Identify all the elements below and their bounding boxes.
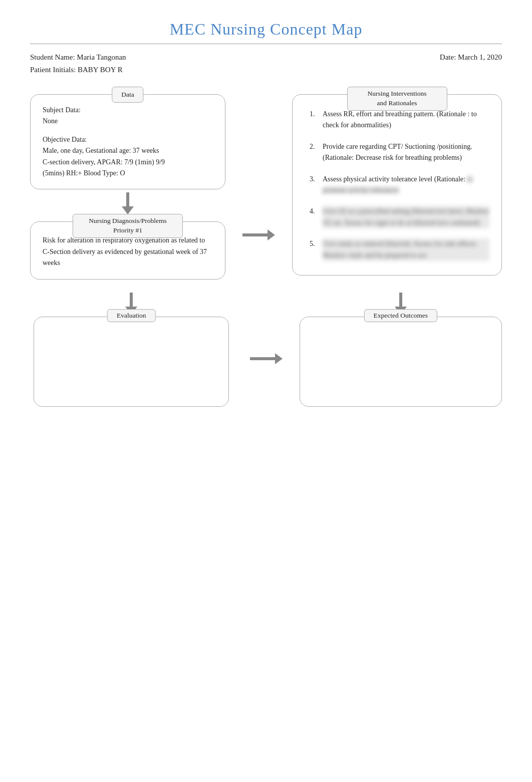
intervention-item-3: 3. Assess physical activity tolerance le… xyxy=(310,174,489,196)
item1-num: 1. xyxy=(310,109,320,131)
item3-text: Assess physical activity tolerance level… xyxy=(323,174,489,196)
bottom-left-box: Evaluation xyxy=(34,317,229,407)
interventions-tab: Nursing Interventions and Rationales xyxy=(347,87,447,111)
item3-num: 3. xyxy=(310,174,320,196)
item2-text: Provide care regarding CPT/ Suctioning /… xyxy=(323,141,489,164)
diagnosis-tab-line2: Priority #1 xyxy=(113,226,142,234)
arrow-shaft-br xyxy=(399,293,402,307)
left-column: Data Subject Data: None Objective Data: … xyxy=(30,84,225,286)
header-divider xyxy=(30,44,502,44)
diagnosis-box: Nursing Diagnosis/Problems Priority #1 R… xyxy=(30,221,225,279)
bottom-h-connector xyxy=(250,353,283,364)
diagnosis-tab-line1: Nursing Diagnosis/Problems xyxy=(89,217,167,224)
arrow-head xyxy=(122,206,134,214)
objective-data-label: Objective Data: xyxy=(43,134,213,145)
data-box: Data Subject Data: None Objective Data: … xyxy=(30,94,225,189)
header-left: Student Name: Maria Tangonan Patient Ini… xyxy=(30,53,126,74)
arrow-shaft xyxy=(126,192,129,206)
item1-text: Assess RR, effort and breathing pattern.… xyxy=(323,109,489,131)
intervention-item-4: 4. Give O2 at a prescribed setting (blur… xyxy=(310,206,489,228)
subject-data-value: None xyxy=(43,116,213,127)
page-title: MEC Nursing Concept Map xyxy=(30,20,502,39)
objective-data-value: Male, one day, Gestational age: 37 weeks… xyxy=(43,145,213,179)
interventions-tab-line2: and Rationales xyxy=(377,99,417,107)
bottom-h-head xyxy=(275,353,283,364)
arrow-shaft-bl xyxy=(130,293,133,307)
h-arrow-head xyxy=(268,229,275,240)
interventions-box: Nursing Interventions and Rationales 1. … xyxy=(292,94,502,276)
student-name-label: Student Name: Maria Tangonan xyxy=(30,53,126,62)
bottom-right-box: Expected Outcomes xyxy=(300,317,502,407)
item5-blurred: Give meds as ordered (blurred). Assess f… xyxy=(323,238,489,261)
diagnosis-text: Risk for alteration in respiratory oxyge… xyxy=(43,235,213,269)
bottom-right-tab: Expected Outcomes xyxy=(364,309,437,322)
header-info: Student Name: Maria Tangonan Patient Ini… xyxy=(30,53,502,74)
h-arrow-shaft xyxy=(242,233,268,236)
item5-num: 5. xyxy=(310,238,320,261)
full-layout: Data Subject Data: None Objective Data: … xyxy=(30,84,502,407)
bottom-h-shaft xyxy=(250,357,275,360)
item3-visible-text: Assess physical activity tolerance level… xyxy=(323,175,465,183)
intervention-item-2: 2. Provide care regarding CPT/ Suctionin… xyxy=(310,141,489,164)
interventions-tab-line1: Nursing Interventions xyxy=(367,90,426,97)
arrow-down-1 xyxy=(120,192,135,214)
horizontal-connector xyxy=(242,229,275,240)
data-tab: Data xyxy=(112,87,143,103)
bottom-row: Evaluation Expected Outcomes xyxy=(30,291,502,407)
bottom-right-col: Expected Outcomes xyxy=(300,291,502,407)
intervention-item-1: 1. Assess RR, effort and breathing patte… xyxy=(310,109,489,131)
bottom-left-col: Evaluation xyxy=(30,291,233,407)
item2-num: 2. xyxy=(310,141,320,164)
date-label: Date: March 1, 2020 xyxy=(440,53,502,74)
item4-blurred: Give O2 at a prescribed setting (blurred… xyxy=(323,206,489,228)
diagnosis-tab: Nursing Diagnosis/Problems Priority #1 xyxy=(73,214,183,238)
item4-num: 4. xyxy=(310,206,320,228)
bottom-left-tab: Evaluation xyxy=(107,309,155,322)
right-column: Nursing Interventions and Rationales 1. … xyxy=(292,94,502,286)
patient-initials-label: Patient Initials: BABY BOY R xyxy=(30,66,126,74)
subject-data-label: Subject Data: xyxy=(43,105,213,116)
intervention-item-5: 5. Give meds as ordered (blurred). Asses… xyxy=(310,238,489,261)
